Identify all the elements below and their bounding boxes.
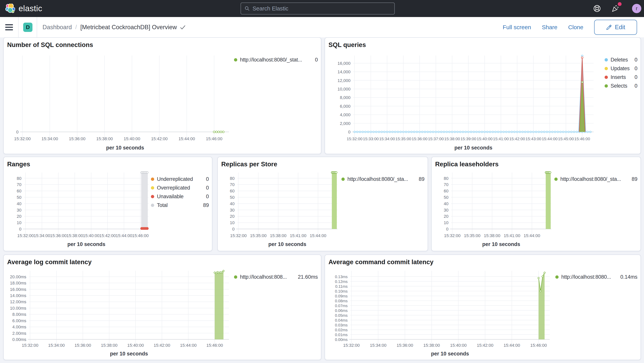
- svg-text:10: 10: [230, 220, 234, 225]
- chart-replicas-per-store[interactable]: 0102030405060708015:32:0015:35:0015:38:0…: [221, 169, 341, 251]
- svg-text:4,000: 4,000: [340, 112, 350, 117]
- full-screen-button[interactable]: Full screen: [503, 24, 531, 31]
- svg-text:per 10 seconds: per 10 seconds: [106, 145, 144, 151]
- chart-canvas[interactable]: 0.00ms0.01ms0.02ms0.03ms0.04ms0.05ms0.06…: [328, 267, 556, 358]
- svg-text:15:32:00: 15:32:00: [17, 233, 34, 238]
- breadcrumb-separator: /: [75, 24, 77, 30]
- svg-text:2.00ms: 2.00ms: [12, 331, 26, 336]
- svg-text:15:34:00: 15:34:00: [48, 343, 65, 348]
- legend: Underreplicated0Overreplicated0Unavailab…: [151, 175, 209, 210]
- panel-number-of-sql-connections: Number of SQL connections 015:32:0015:34…: [3, 37, 321, 154]
- dashboard-app-badge[interactable]: D: [23, 23, 32, 32]
- series-dot-icon: [151, 186, 154, 190]
- chart-canvas[interactable]: 0102030405060708015:32:0015:35:0015:38:0…: [435, 169, 554, 250]
- legend-label: http://localhost:8080/_sta...: [348, 176, 408, 182]
- legend-item[interactable]: Total89: [151, 201, 209, 210]
- clone-button[interactable]: Clone: [568, 24, 583, 31]
- legend: http://localhost:8080/_stat...0: [234, 56, 318, 64]
- svg-text:15:35:00: 15:35:00: [396, 137, 411, 141]
- chart-replica-leaseholders[interactable]: 0102030405060708015:32:0015:35:0015:38:0…: [435, 169, 554, 251]
- svg-text:15:46:00: 15:46:00: [206, 343, 223, 348]
- chart-canvas[interactable]: 015:32:0015:34:0015:36:0015:38:0015:40:0…: [7, 50, 235, 152]
- chart-command-commit-latency[interactable]: 0.00ms0.01ms0.02ms0.03ms0.04ms0.05ms0.06…: [328, 267, 556, 358]
- svg-text:15:32:00: 15:32:00: [347, 137, 362, 141]
- legend-item[interactable]: http://localhost:8080...0.14ms: [555, 273, 638, 281]
- series-dot-icon: [234, 58, 237, 62]
- chart-sql-queries[interactable]: 02,0004,0006,0008,00010,00012,00014,0001…: [328, 50, 604, 153]
- help-button[interactable]: [591, 3, 603, 15]
- legend-label: http://localhost:8080...: [561, 274, 611, 280]
- svg-text:20: 20: [17, 214, 22, 219]
- check-icon: [180, 25, 186, 30]
- chart-canvas[interactable]: 0102030405060708015:32:0015:35:0015:38:0…: [221, 169, 341, 250]
- svg-text:15:34:00: 15:34:00: [34, 233, 50, 238]
- legend-value: 0: [632, 83, 638, 89]
- breadcrumb-dashboard-link[interactable]: Dashboard: [42, 24, 72, 31]
- svg-text:15:33:00: 15:33:00: [363, 137, 379, 141]
- svg-text:60: 60: [230, 189, 234, 193]
- legend-item[interactable]: Inserts0: [604, 73, 638, 82]
- svg-text:15:38:00: 15:38:00: [444, 137, 460, 141]
- chart-canvas[interactable]: 0102030405060708015:32:0015:34:0015:36:0…: [7, 169, 152, 250]
- legend-item[interactable]: http://localhost:8080/_sta...89: [554, 175, 638, 184]
- legend: http://localhost:8080...0.14ms: [555, 273, 638, 281]
- search-placeholder: Search Elastic: [252, 6, 288, 12]
- legend-item[interactable]: Overreplicated0: [151, 184, 209, 192]
- svg-text:15:40:00: 15:40:00: [450, 343, 466, 348]
- breadcrumb: Dashboard / [Metricbeat CockroachDB] Ove…: [42, 24, 186, 31]
- svg-text:40: 40: [17, 201, 22, 206]
- legend-item[interactable]: Selects0: [604, 82, 638, 90]
- chart-canvas[interactable]: 02,0004,0006,0008,00010,00012,00014,0001…: [328, 50, 604, 152]
- legend-item[interactable]: Deletes0: [604, 56, 638, 64]
- edit-button[interactable]: Edit: [594, 20, 637, 35]
- svg-text:15:41:00: 15:41:00: [290, 233, 306, 238]
- chart-log-commit-latency[interactable]: 0.00ms2.00ms4.00ms6.00ms8.00ms10.00ms12.…: [7, 267, 235, 358]
- panel-sql-queries: SQL queries 02,0004,0006,0008,00010,0001…: [324, 37, 641, 154]
- svg-text:12,000: 12,000: [338, 78, 350, 83]
- svg-text:0.11ms: 0.11ms: [335, 284, 348, 288]
- elastic-brand[interactable]: elastic: [0, 4, 42, 13]
- svg-text:15:38:00: 15:38:00: [484, 233, 500, 238]
- edit-button-label: Edit: [615, 24, 625, 31]
- search-input[interactable]: Search Elastic: [240, 3, 395, 15]
- svg-text:per 10 seconds: per 10 seconds: [110, 351, 148, 356]
- svg-text:15:35:00: 15:35:00: [250, 233, 267, 238]
- legend-item[interactable]: Underreplicated0: [151, 175, 209, 184]
- svg-text:15:40:00: 15:40:00: [477, 137, 492, 141]
- dashboard-title[interactable]: [Metricbeat CockroachDB] Overview: [80, 24, 186, 31]
- svg-text:per 10 seconds: per 10 seconds: [431, 351, 469, 356]
- legend-item[interactable]: Unavailable0: [151, 192, 209, 201]
- svg-text:0.01ms: 0.01ms: [335, 333, 348, 337]
- legend-label: Deletes: [610, 57, 628, 63]
- svg-text:6.00ms: 6.00ms: [12, 318, 26, 323]
- svg-text:70: 70: [17, 182, 22, 187]
- panel-replicas-per-store: Replicas per Store 0102030405060708015:3…: [217, 157, 428, 251]
- panel-title: Number of SQL connections: [7, 41, 318, 49]
- chart-canvas[interactable]: 0.00ms2.00ms4.00ms6.00ms8.00ms10.00ms12.…: [7, 267, 235, 358]
- chart-sql-connections[interactable]: 015:32:0015:34:0015:36:0015:38:0015:40:0…: [7, 50, 235, 153]
- svg-text:15:34:00: 15:34:00: [370, 343, 386, 348]
- newsfeed-button[interactable]: [609, 3, 621, 15]
- svg-text:0.06ms: 0.06ms: [335, 308, 348, 313]
- svg-text:15:41:00: 15:41:00: [493, 137, 509, 141]
- svg-text:15:39:00: 15:39:00: [460, 137, 476, 141]
- legend-label: Updates: [610, 66, 630, 72]
- pencil-icon: [606, 24, 612, 30]
- share-button[interactable]: Share: [542, 24, 558, 31]
- legend-item[interactable]: Updates0: [604, 64, 638, 73]
- hamburger-icon: [5, 24, 13, 31]
- legend-item[interactable]: http://localhost:8080/_sta...89: [342, 175, 424, 184]
- series-dot-icon: [151, 178, 154, 181]
- legend: http://localhost:808...21.60ms: [234, 273, 318, 281]
- svg-text:15:42:00: 15:42:00: [154, 343, 170, 348]
- menu-button[interactable]: [0, 17, 18, 37]
- chart-ranges[interactable]: 0102030405060708015:32:0015:34:0015:36:0…: [7, 169, 152, 251]
- life-ring-icon: [592, 4, 602, 13]
- svg-text:0.02ms: 0.02ms: [335, 328, 348, 332]
- legend-item[interactable]: http://localhost:808...21.60ms: [234, 273, 318, 281]
- svg-text:0: 0: [232, 227, 234, 231]
- legend-label: http://localhost:8080/_sta...: [560, 176, 621, 182]
- legend-item[interactable]: http://localhost:8080/_stat...0: [234, 56, 318, 64]
- series-dot-icon: [555, 275, 558, 279]
- user-avatar[interactable]: r: [632, 4, 641, 13]
